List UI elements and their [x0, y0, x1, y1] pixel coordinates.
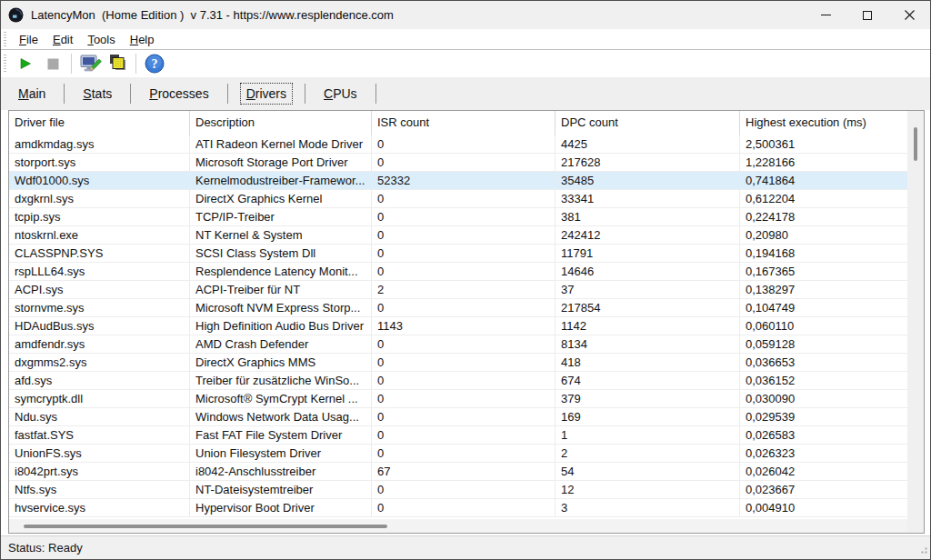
stop-monitor-button[interactable]: [39, 52, 66, 75]
column-header-highest-execution[interactable]: Highest execution (ms): [740, 111, 907, 135]
table-row[interactable]: fastfat.SYS Fast FAT File System Driver …: [9, 426, 907, 445]
cell-dpc-count: 674: [556, 372, 740, 389]
column-header-dpc-count[interactable]: DPC count: [556, 111, 740, 135]
cell-highest-execution: 0,026583: [740, 426, 907, 444]
cell-dpc-count: 1: [556, 426, 740, 444]
table-row[interactable]: Ntfs.sys NT-Dateisystemtreiber 0 12 0,02…: [9, 481, 907, 499]
windows-button[interactable]: [104, 52, 131, 75]
cell-description: Microsoft NVM Express Storp...: [190, 299, 372, 316]
table-row[interactable]: CLASSPNP.SYS SCSI Class System Dll 0 117…: [9, 245, 907, 263]
cell-driver-file: HDAudBus.sys: [9, 317, 190, 335]
menu-help[interactable]: Help: [123, 31, 162, 48]
status-text: Status: Ready: [8, 541, 83, 555]
cell-isr-count: 0: [372, 245, 556, 262]
tab-separator: [130, 84, 131, 104]
table-row[interactable]: Ndu.sys Windows Network Data Usag... 0 1…: [9, 408, 907, 426]
cell-description: TCP/IP-Treiber: [190, 208, 372, 225]
minimize-button[interactable]: [805, 1, 846, 29]
menu-bar: File Edit Tools Help: [1, 29, 930, 50]
tab-drivers[interactable]: Drivers: [238, 83, 295, 105]
table-body: amdkmdag.sys ATI Radeon Kernel Mode Driv…: [9, 135, 907, 517]
tab-processes[interactable]: Processes: [141, 83, 216, 105]
cell-dpc-count: 1142: [556, 317, 740, 335]
cell-isr-count: 0: [372, 390, 556, 407]
cell-description: ATI Radeon Kernel Mode Driver: [190, 135, 372, 153]
close-button[interactable]: [888, 1, 930, 29]
cell-description: Fast FAT File System Driver: [190, 426, 372, 444]
cell-description: NT Kernel & System: [190, 226, 372, 244]
tab-cpus[interactable]: CPUs: [315, 83, 365, 105]
horizontal-scrollbar[interactable]: [9, 519, 907, 533]
cell-isr-count: 1143: [372, 317, 556, 335]
cell-description: Microsoft Storage Port Driver: [190, 154, 372, 171]
table-row[interactable]: i8042prt.sys i8042-Anschlusstreiber 67 5…: [9, 463, 907, 481]
menubar-grip[interactable]: [4, 32, 6, 45]
table-row[interactable]: UnionFS.sys Union Filesystem Driver 0 2 …: [9, 445, 907, 463]
table-row[interactable]: ACPI.sys ACPI-Treiber für NT 2 37 0,1382…: [9, 281, 907, 299]
cell-highest-execution: 0,004910: [740, 499, 907, 516]
cell-highest-execution: 0,138297: [740, 281, 907, 298]
cell-description: Resplendence Latency Monit...: [190, 263, 372, 280]
start-monitor-button[interactable]: [12, 52, 39, 75]
cell-isr-count: 0: [372, 335, 556, 353]
table-row[interactable]: Wdf01000.sys Kernelmodustreiber-Framewor…: [9, 172, 907, 190]
cell-dpc-count: 242412: [556, 226, 740, 244]
table-row[interactable]: HDAudBus.sys High Definition Audio Bus D…: [9, 317, 907, 335]
cell-driver-file: afd.sys: [9, 372, 190, 389]
table-row[interactable]: amdfendr.sys AMD Crash Defender 0 8134 0…: [9, 335, 907, 354]
cell-isr-count: 0: [372, 263, 556, 280]
cell-driver-file: symcryptk.dll: [9, 390, 190, 407]
table-row[interactable]: dxgmms2.sys DirectX Graphics MMS 0 418 0…: [9, 354, 907, 372]
table-row[interactable]: afd.sys Treiber für zusätzliche WinSo...…: [9, 372, 907, 390]
table-row[interactable]: symcryptk.dll Microsoft® SymCrypt Kernel…: [9, 390, 907, 408]
column-header-driver-file[interactable]: Driver file: [9, 111, 190, 135]
menu-edit[interactable]: Edit: [45, 31, 80, 48]
table-content: Driver file Description ISR count DPC co…: [9, 111, 907, 519]
table-row[interactable]: dxgkrnl.sys DirectX Graphics Kernel 0 33…: [9, 190, 907, 208]
table-row[interactable]: stornvme.sys Microsoft NVM Express Storp…: [9, 299, 907, 317]
cell-dpc-count: 14646: [556, 263, 740, 280]
app-icon: [8, 7, 24, 23]
minimize-icon: [821, 15, 831, 15]
table-row[interactable]: rspLLL64.sys Resplendence Latency Monit.…: [9, 263, 907, 281]
maximize-button[interactable]: [846, 1, 888, 29]
cell-isr-count: 0: [372, 408, 556, 425]
vertical-scrollbar-thumb[interactable]: [914, 127, 917, 161]
cell-dpc-count: 8134: [556, 335, 740, 353]
tab-stats[interactable]: Stats: [75, 83, 120, 105]
column-header-description[interactable]: Description: [190, 111, 372, 135]
cell-description: ACPI-Treiber für NT: [190, 281, 372, 298]
stop-icon: [47, 58, 59, 70]
cell-highest-execution: 0,036653: [740, 354, 907, 371]
cell-driver-file: i8042prt.sys: [9, 463, 190, 480]
menu-tools[interactable]: Tools: [80, 31, 122, 48]
resize-grip[interactable]: [918, 543, 927, 556]
cell-isr-count: 0: [372, 481, 556, 498]
cell-highest-execution: 0,023667: [740, 481, 907, 498]
vertical-scrollbar[interactable]: [907, 111, 924, 533]
table-row[interactable]: storport.sys Microsoft Storage Port Driv…: [9, 154, 907, 172]
table-row[interactable]: amdkmdag.sys ATI Radeon Kernel Mode Driv…: [9, 135, 907, 154]
help-button[interactable]: ?: [141, 52, 168, 75]
horizontal-scrollbar-thumb[interactable]: [24, 525, 387, 528]
table-row[interactable]: hvservice.sys Hypervisor Boot Driver 0 3…: [9, 499, 907, 517]
cell-driver-file: fastfat.SYS: [9, 426, 190, 444]
cell-dpc-count: 37: [556, 281, 740, 298]
cell-highest-execution: 0,059128: [740, 335, 907, 353]
table-row[interactable]: tcpip.sys TCP/IP-Treiber 0 381 0,224178: [9, 208, 907, 226]
column-header-isr-count[interactable]: ISR count: [372, 111, 556, 135]
cell-dpc-count: 217628: [556, 154, 740, 171]
tab-main[interactable]: Main: [10, 83, 54, 105]
toolbar-grip[interactable]: [4, 55, 6, 74]
cell-highest-execution: 0,20980: [740, 226, 907, 244]
menu-file[interactable]: File: [12, 31, 45, 48]
cell-isr-count: 2: [372, 281, 556, 298]
table-row[interactable]: ntoskrnl.exe NT Kernel & System 0 242412…: [9, 226, 907, 245]
cell-dpc-count: 54: [556, 463, 740, 480]
edit-report-button[interactable]: [76, 52, 104, 75]
cell-driver-file: ntoskrnl.exe: [9, 226, 190, 244]
play-icon: [18, 56, 33, 71]
window-title: LatencyMon (Home Edition ) v 7.31 - http…: [31, 8, 805, 22]
cell-driver-file: amdfendr.sys: [9, 335, 190, 353]
cell-isr-count: 67: [372, 463, 556, 480]
